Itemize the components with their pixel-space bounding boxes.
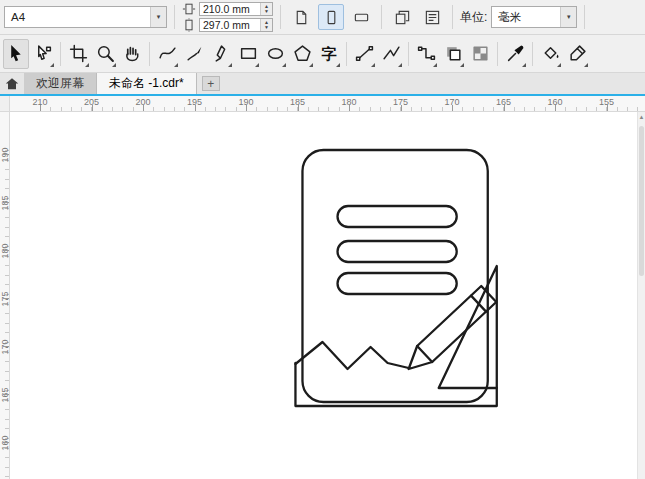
flyout-arrow-icon — [282, 63, 286, 67]
flyout-arrow-icon — [228, 63, 232, 67]
connector-tool[interactable] — [413, 39, 439, 69]
property-bar: A4 ▾ 210.0 mm ▲▼ 297.0 mm ▲▼ — [0, 0, 645, 35]
clipart-text-bar — [338, 206, 457, 227]
units-label: 单位: — [460, 9, 487, 26]
landscape-orientation-button[interactable] — [348, 4, 374, 30]
interactive-fill-tool[interactable] — [537, 39, 563, 69]
transparency-tool[interactable] — [467, 39, 493, 69]
polygon-tool[interactable] — [289, 39, 315, 69]
flyout-arrow-icon — [336, 63, 340, 67]
all-pages-button[interactable] — [389, 4, 415, 30]
page-size-select[interactable]: A4 ▾ — [4, 6, 167, 28]
flyout-arrow-icon — [112, 63, 116, 67]
vertical-scrollbar[interactable]: ▲ — [637, 112, 645, 479]
pan-tool[interactable] — [119, 39, 145, 69]
tab-document[interactable]: 未命名 -1.cdr* — [97, 73, 197, 94]
scrollbar-thumb[interactable] — [639, 126, 644, 276]
units-select[interactable]: 毫米 ▾ — [491, 6, 577, 28]
page-width-input[interactable]: 210.0 mm ▲▼ — [199, 2, 273, 16]
clipart-pencil-collar — [417, 346, 432, 362]
separator — [497, 42, 498, 66]
flyout-arrow-icon — [398, 63, 402, 67]
vertical-ruler[interactable]: 190 185 180 175 170 165 160 — [0, 112, 10, 479]
flyout-arrow-icon — [50, 63, 54, 67]
flyout-arrow-icon — [522, 63, 526, 67]
ruler-tick: 170 — [0, 335, 10, 359]
chevron-down-icon[interactable]: ▾ — [560, 7, 576, 27]
ruler-tick: 175 — [0, 287, 10, 311]
drawing-canvas[interactable] — [10, 112, 637, 479]
spinner-arrows-icon[interactable]: ▲▼ — [260, 3, 272, 15]
spinner-arrows-icon[interactable]: ▲▼ — [260, 19, 272, 31]
clipart-text-bar — [338, 273, 457, 294]
ruler-tick: 160 — [0, 431, 10, 455]
new-tab-button[interactable]: + — [202, 76, 220, 91]
flyout-arrow-icon — [174, 63, 178, 67]
portrait-orientation-button[interactable] — [318, 4, 344, 30]
flyout-arrow-icon — [85, 63, 89, 67]
ruler-tick: 180 — [0, 239, 10, 263]
separator — [174, 5, 175, 29]
flyout-arrow-icon — [460, 63, 464, 67]
document-tab-bar: 欢迎屏幕 未命名 -1.cdr* + — [0, 73, 645, 94]
separator — [532, 42, 533, 66]
tab-label: 未命名 -1.cdr* — [109, 75, 184, 92]
text-tool-glyph: 字 — [322, 46, 337, 61]
line-tool[interactable] — [351, 39, 377, 69]
ruler-tick: 185 — [0, 191, 10, 215]
pick-tool[interactable] — [3, 39, 29, 69]
separator — [452, 5, 453, 29]
ruler-tick: 165 — [0, 383, 10, 407]
artistic-media-tool[interactable] — [181, 39, 207, 69]
separator — [346, 42, 347, 66]
flyout-arrow-icon — [433, 63, 437, 67]
page-height-icon — [182, 18, 196, 32]
chevron-down-icon[interactable]: ▾ — [150, 7, 166, 27]
ellipse-tool[interactable] — [262, 39, 288, 69]
ruler-tick: 190 — [0, 143, 10, 167]
home-icon — [4, 76, 20, 92]
horizontal-ruler[interactable]: 210 205 200 195 190 185 180 175 170 165 … — [10, 96, 645, 111]
shape-tool[interactable] — [30, 39, 56, 69]
polyline-tool[interactable] — [378, 39, 404, 69]
tab-label: 欢迎屏幕 — [36, 75, 84, 92]
app-window: A4 ▾ 210.0 mm ▲▼ 297.0 mm ▲▼ — [0, 0, 645, 479]
workspace: 190 185 180 175 170 165 160 — [0, 112, 645, 479]
current-page-button[interactable] — [419, 4, 445, 30]
rectangle-tool[interactable] — [235, 39, 261, 69]
flyout-arrow-icon — [557, 63, 561, 67]
separator — [280, 5, 281, 29]
tab-welcome-screen[interactable]: 欢迎屏幕 — [24, 73, 97, 94]
outline-pen-tool[interactable] — [564, 39, 590, 69]
separator — [60, 42, 61, 66]
page-height-value: 297.0 mm — [203, 19, 250, 31]
separator — [381, 5, 382, 29]
clipart-document-pencil — [10, 112, 637, 479]
page-width-icon — [182, 2, 196, 16]
page-size-value: A4 — [5, 7, 150, 27]
clipart-bottom-band — [295, 363, 496, 406]
ruler-corner[interactable] — [0, 96, 10, 111]
flyout-arrow-icon — [255, 63, 259, 67]
crop-tool[interactable] — [65, 39, 91, 69]
home-button[interactable] — [0, 73, 24, 94]
eyedropper-tool[interactable] — [502, 39, 528, 69]
clipart-pencil-band — [471, 296, 486, 312]
drop-shadow-tool[interactable] — [440, 39, 466, 69]
page-height-input[interactable]: 297.0 mm ▲▼ — [199, 18, 273, 32]
freehand-tool[interactable] — [154, 39, 180, 69]
zoom-tool[interactable] — [92, 39, 118, 69]
clipart-zigzag-line — [295, 342, 408, 369]
separator — [408, 42, 409, 66]
pen-tool[interactable] — [208, 39, 234, 69]
clipart-text-bar — [338, 241, 457, 262]
page-width-value: 210.0 mm — [203, 3, 250, 15]
separator — [584, 5, 585, 29]
scroll-up-icon[interactable]: ▲ — [638, 113, 645, 121]
ruler-row: 210 205 200 195 190 185 180 175 170 165 … — [0, 96, 645, 112]
page-settings-button[interactable] — [288, 4, 314, 30]
text-tool[interactable]: 字 — [316, 39, 342, 69]
units-value: 毫米 — [492, 7, 560, 27]
flyout-arrow-icon — [584, 63, 588, 67]
page-dimensions: 210.0 mm ▲▼ 297.0 mm ▲▼ — [182, 2, 273, 32]
